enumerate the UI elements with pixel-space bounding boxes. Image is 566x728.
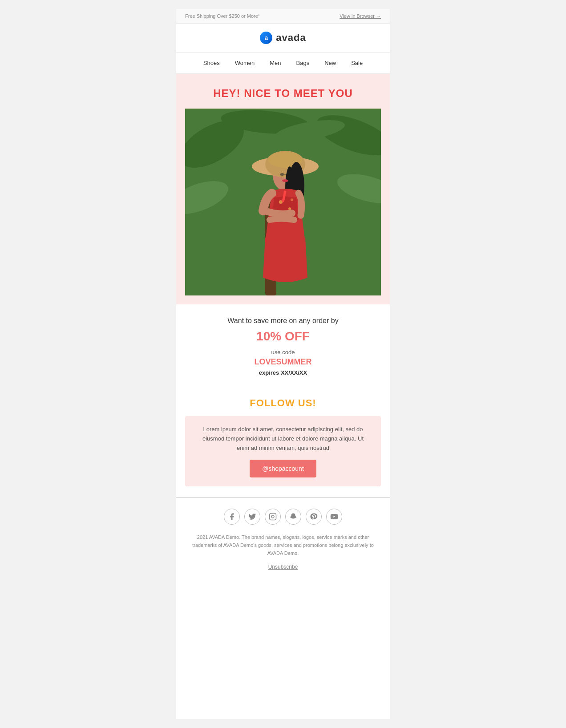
shop-account-button[interactable]: @shopaccount <box>250 460 316 477</box>
instagram-icon[interactable] <box>265 509 281 525</box>
follow-title: FOLLOW US! <box>185 397 381 409</box>
svg-rect-22 <box>270 514 276 520</box>
follow-body-text: Lorem ipsum dolor sit amet, consectetur … <box>196 425 370 453</box>
svg-point-21 <box>291 198 293 201</box>
social-icons-row <box>185 509 381 525</box>
promo-expires: expires XX/XX/XX <box>185 369 381 376</box>
logo-area: a avada <box>176 24 390 53</box>
pinterest-icon[interactable] <box>306 509 322 525</box>
nav-item-bags[interactable]: Bags <box>291 58 315 68</box>
snapchat-icon[interactable] <box>285 509 301 525</box>
top-bar: Free Shipping Over $250 or More* View in… <box>176 9 390 24</box>
follow-box: Lorem ipsum dolor sit amet, consectetur … <box>185 416 381 486</box>
main-title: HEY! NICE TO MEET YOU <box>185 87 381 100</box>
shipping-text: Free Shipping Over $250 or More* <box>185 13 260 19</box>
youtube-icon[interactable] <box>326 509 342 525</box>
facebook-icon[interactable] <box>224 509 240 525</box>
nav-item-sale[interactable]: Sale <box>346 58 368 68</box>
hero-image <box>185 109 381 295</box>
svg-point-19 <box>288 207 291 210</box>
logo-name: avada <box>276 32 306 44</box>
promo-code: LOVESUMMER <box>185 357 381 367</box>
nav-item-new[interactable]: New <box>319 58 341 68</box>
main-content: HEY! NICE TO MEET YOU <box>176 74 390 304</box>
footer-copyright: 2021 AVADA Demo. The brand names, slogan… <box>185 534 381 557</box>
svg-point-12 <box>280 173 284 176</box>
promo-discount: 10% OFF <box>185 329 381 344</box>
promo-subtitle: Want to save more on any order by <box>185 317 381 325</box>
view-in-browser-link[interactable]: View in Browser → <box>340 13 381 19</box>
nav-item-men[interactable]: Men <box>264 58 286 68</box>
footer: 2021 AVADA Demo. The brand names, slogan… <box>176 497 390 581</box>
svg-point-17 <box>282 179 288 182</box>
promo-section: Want to save more on any order by 10% OF… <box>176 304 390 387</box>
svg-point-18 <box>279 200 283 204</box>
follow-section: FOLLOW US! Lorem ipsum dolor sit amet, c… <box>176 387 390 497</box>
logo-icon: a <box>260 32 272 44</box>
nav-item-women[interactable]: Women <box>230 58 260 68</box>
promo-code-label: use code <box>185 349 381 356</box>
nav-item-shoes[interactable]: Shoes <box>198 58 225 68</box>
unsubscribe-link[interactable]: Unsubscribe <box>268 564 298 570</box>
navigation-bar: Shoes Women Men Bags New Sale <box>176 53 390 74</box>
twitter-icon[interactable] <box>244 509 260 525</box>
